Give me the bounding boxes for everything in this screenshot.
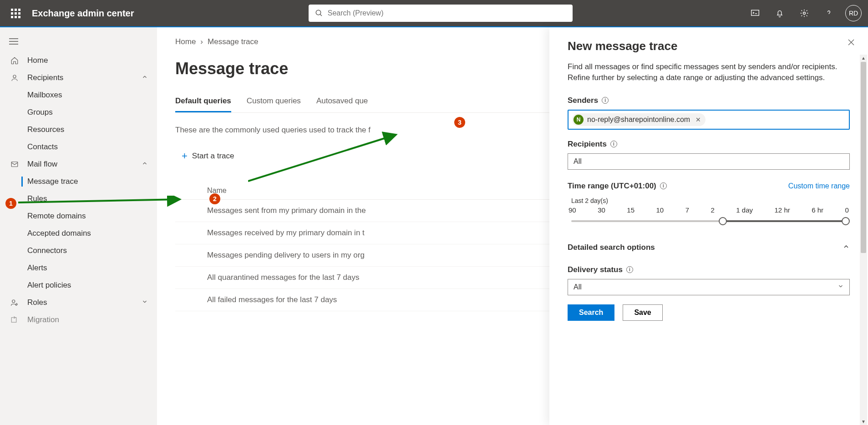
nav-contacts[interactable]: Contacts [0, 138, 157, 156]
info-icon[interactable]: i [610, 141, 617, 147]
nav-alerts[interactable]: Alerts [0, 259, 157, 277]
app-launcher-button[interactable] [6, 4, 25, 22]
annotation-marker-3: 3 [454, 117, 465, 128]
person-icon [9, 74, 20, 82]
info-icon[interactable]: i [626, 266, 633, 273]
senders-input[interactable]: N no-reply@sharepointonline.com ✕ [568, 110, 850, 130]
nav-recipients[interactable]: Recipients [0, 69, 157, 86]
chevron-up-icon [142, 73, 148, 82]
svg-line-1 [320, 14, 322, 16]
bell-icon[interactable] [772, 5, 788, 21]
custom-time-range-link[interactable]: Custom time range [788, 182, 850, 190]
search-icon [315, 9, 323, 17]
breadcrumb-home[interactable]: Home [175, 37, 196, 46]
svg-point-10 [12, 300, 15, 303]
slider-thumb-left[interactable] [719, 217, 727, 225]
svg-rect-2 [751, 10, 759, 15]
gear-icon[interactable] [796, 5, 812, 21]
close-button[interactable] [847, 37, 855, 49]
delivery-status-select[interactable]: All [568, 279, 850, 295]
app-title: Exchange admin center [32, 8, 134, 19]
trace-panel: New message trace Find all messages or f… [549, 27, 868, 425]
sidebar: Home Recipients Mailboxes Groups Resourc… [0, 27, 157, 425]
slider-ticks: 90301510721 day12 hr6 hr0 [568, 206, 850, 214]
scroll-up-icon[interactable]: ▲ [860, 56, 867, 61]
search-box[interactable] [309, 5, 573, 22]
mail-icon [9, 160, 20, 168]
nav-rules[interactable]: Rules [0, 190, 157, 207]
tab-default-queries[interactable]: Default queries [175, 96, 231, 112]
chip-email: no-reply@sharepointonline.com [587, 116, 690, 124]
chevron-down-icon [838, 283, 844, 291]
nav-migration[interactable]: Migration [0, 311, 157, 329]
panel-title: New message trace [568, 39, 850, 53]
nav-mailboxes[interactable]: Mailboxes [0, 86, 157, 104]
plus-icon: + [182, 150, 188, 162]
terminal-icon[interactable] [747, 5, 763, 21]
avatar[interactable]: RD [845, 5, 862, 21]
nav-home[interactable]: Home [0, 52, 157, 69]
save-button[interactable]: Save [623, 304, 662, 321]
migration-icon [9, 316, 20, 324]
sender-chip: N no-reply@sharepointonline.com ✕ [572, 113, 706, 126]
detailed-search-toggle[interactable]: Detailed search options [568, 239, 850, 256]
svg-point-8 [13, 75, 16, 78]
chip-remove-button[interactable]: ✕ [695, 116, 701, 123]
top-bar: Exchange admin center RD [0, 0, 868, 27]
svg-point-3 [803, 12, 806, 15]
breadcrumb-current: Message trace [208, 37, 259, 46]
chip-avatar: N [574, 115, 584, 125]
sidebar-collapse-button[interactable] [0, 36, 157, 52]
slider-current-label: Last 2 day(s) [568, 197, 850, 204]
nav-resources[interactable]: Resources [0, 121, 157, 138]
roles-icon [9, 299, 20, 307]
panel-description: Find all messages or find specific messa… [568, 61, 850, 83]
scrollbar[interactable]: ▲ ▼ [860, 55, 867, 425]
recipients-input[interactable]: All [568, 153, 850, 170]
help-icon[interactable] [821, 5, 837, 21]
nav-mailflow[interactable]: Mail flow [0, 156, 157, 173]
chevron-up-icon [142, 160, 148, 169]
svg-point-11 [16, 304, 17, 305]
time-range-label: Time range (UTC+01:00) i [568, 182, 667, 191]
search-input[interactable] [328, 9, 566, 17]
recipients-label: Recipients i [568, 140, 850, 149]
search-button[interactable]: Search [568, 304, 614, 321]
tab-custom-queries[interactable]: Custom queries [247, 96, 301, 112]
info-icon[interactable]: i [602, 97, 609, 104]
nav-message-trace[interactable]: Message trace [0, 173, 157, 190]
annotation-marker-2: 2 [209, 193, 220, 204]
svg-rect-9 [11, 162, 18, 167]
annotation-marker-1: 1 [5, 198, 16, 209]
chevron-up-icon [843, 243, 850, 253]
scrollbar-thumb[interactable] [861, 62, 866, 253]
info-icon[interactable]: i [660, 182, 667, 189]
slider-thumb-right[interactable] [842, 217, 850, 225]
delivery-status-label: Delivery status i [568, 265, 850, 274]
nav-groups[interactable]: Groups [0, 104, 157, 121]
time-range-slider[interactable] [568, 217, 850, 226]
svg-point-0 [316, 10, 321, 15]
tab-autosaved-queries[interactable]: Autosaved que [316, 96, 368, 112]
home-icon [9, 56, 20, 65]
nav-remote-domains[interactable]: Remote domains [0, 207, 157, 225]
nav-accepted-domains[interactable]: Accepted domains [0, 225, 157, 242]
nav-roles[interactable]: Roles [0, 294, 157, 311]
waffle-icon [11, 9, 20, 18]
nav-connectors[interactable]: Connectors [0, 242, 157, 259]
close-icon [847, 38, 855, 46]
chevron-right-icon: › [200, 37, 203, 46]
chevron-down-icon [142, 298, 148, 307]
nav-alert-policies[interactable]: Alert policies [0, 277, 157, 294]
senders-label: Senders i [568, 96, 850, 105]
scroll-down-icon[interactable]: ▼ [860, 419, 867, 424]
